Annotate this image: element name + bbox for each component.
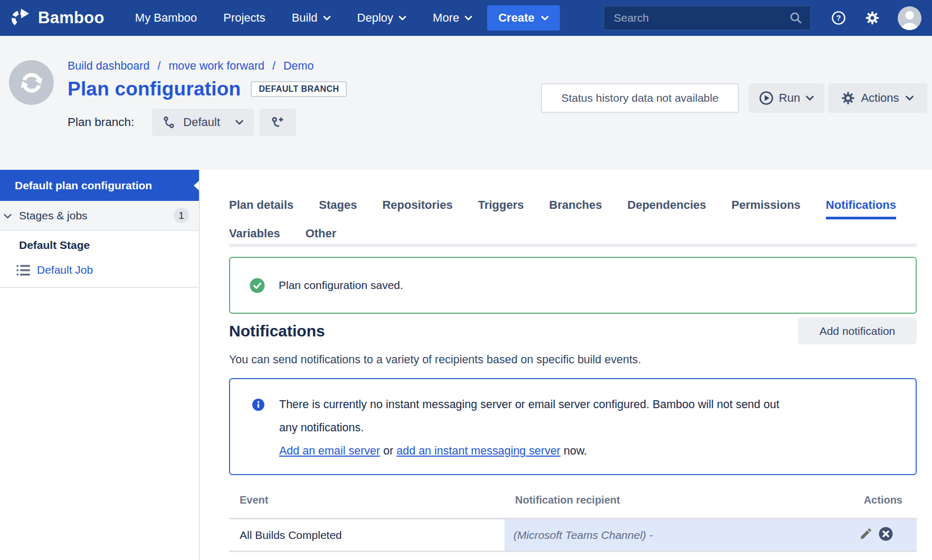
breadcrumb-build-dashboard[interactable]: Build dashboard [68, 60, 149, 73]
info-line1: There is currently no instant messaging … [279, 398, 779, 411]
nav-more[interactable]: More [433, 11, 472, 25]
stages-count-badge: 1 [174, 208, 189, 223]
bamboo-logo-icon [11, 7, 32, 28]
tab-variables[interactable]: Variables [229, 227, 280, 245]
sidebar-item-default-stage[interactable]: Default Stage [0, 239, 199, 252]
tab-other[interactable]: Other [306, 227, 337, 245]
add-im-server-link[interactable]: add an instant messaging server [396, 445, 560, 457]
top-navbar: Bamboo My Bamboo Projects Build Deploy M… [0, 0, 932, 36]
tab-notifications[interactable]: Notifications [826, 198, 896, 219]
chevron-down-icon [541, 15, 549, 21]
chevron-down-icon [323, 15, 331, 21]
info-line2: any notifications. [279, 421, 364, 434]
tab-plan-details[interactable]: Plan details [229, 198, 293, 219]
notifications-table: Event Notification recipient Actions All… [229, 475, 917, 552]
event-cell: All Builds Completed [229, 519, 505, 552]
row-actions-cell [827, 519, 917, 552]
tab-stages[interactable]: Stages [319, 198, 357, 219]
settings-gear-icon[interactable] [865, 11, 880, 25]
plan-branch-label: Plan branch: [68, 115, 134, 129]
gear-icon [841, 91, 855, 105]
breadcrumb: Build dashboard / move work forward / De… [68, 60, 932, 73]
check-circle-icon [250, 278, 265, 293]
edit-pencil-icon[interactable] [859, 527, 873, 540]
default-branch-badge: DEFAULT BRANCH [251, 81, 347, 97]
chevron-down-icon [235, 119, 244, 125]
page-title: Plan configuration [68, 78, 241, 100]
info-message-box: There is currently no instant messaging … [229, 378, 917, 475]
create-branch-button[interactable] [259, 109, 296, 136]
job-list-icon [16, 264, 31, 276]
nav-projects[interactable]: Projects [223, 11, 265, 25]
actions-button[interactable]: Actions [828, 83, 927, 113]
config-tabs-row1: Plan details Stages Repositories Trigger… [229, 170, 917, 219]
config-sidebar: Default plan configuration Stages & jobs… [0, 170, 200, 560]
tab-dependencies[interactable]: Dependencies [627, 198, 706, 219]
delete-x-icon[interactable] [879, 527, 893, 541]
plan-sync-icon [9, 60, 54, 105]
help-icon[interactable]: ? [831, 11, 846, 25]
table-row: All Builds Completed (Microsoft Teams Ch… [229, 519, 917, 552]
sidebar-item-default-plan-configuration[interactable]: Default plan configuration [0, 170, 199, 201]
add-email-server-link[interactable]: Add an email server [279, 445, 380, 457]
play-icon [759, 91, 774, 105]
search-icon [789, 11, 803, 25]
branch-add-icon [270, 115, 285, 130]
recipient-cell: (Microsoft Teams Channel) - [505, 519, 827, 552]
svg-text:?: ? [836, 14, 841, 22]
branch-selector[interactable]: Default [152, 109, 254, 136]
tab-branches[interactable]: Branches [549, 198, 602, 219]
tab-permissions[interactable]: Permissions [731, 198, 801, 219]
chevron-down-icon [905, 95, 914, 101]
column-header-event: Event [229, 475, 505, 519]
tab-triggers[interactable]: Triggers [478, 198, 524, 219]
search-box[interactable] [603, 5, 811, 31]
success-message-box: Plan configuration saved. [229, 257, 917, 314]
add-notification-button[interactable]: Add notification [798, 317, 917, 344]
status-history-message: Status history data not available [541, 83, 739, 113]
chevron-down-icon [398, 15, 406, 21]
create-button[interactable]: Create [487, 5, 559, 31]
chevron-down-icon [3, 213, 12, 219]
main-content: Plan details Stages Repositories Trigger… [200, 170, 932, 560]
config-tabs-row2: Variables Other [229, 227, 917, 245]
search-input[interactable] [614, 12, 789, 24]
brand-name: Bamboo [38, 8, 104, 27]
tab-repositories[interactable]: Repositories [382, 198, 452, 219]
user-avatar[interactable] [898, 6, 921, 30]
nav-build[interactable]: Build [292, 11, 331, 25]
success-message: Plan configuration saved. [279, 279, 403, 292]
sidebar-item-stages-jobs[interactable]: Stages & jobs 1 [0, 201, 199, 231]
notifications-heading: Notifications [229, 322, 325, 340]
column-header-actions: Actions [827, 475, 917, 519]
breadcrumb-project[interactable]: move work forward [168, 60, 264, 73]
sidebar-item-default-job[interactable]: Default Job [0, 264, 199, 276]
chevron-down-icon [805, 95, 814, 101]
nav-deploy[interactable]: Deploy [357, 11, 406, 25]
page-header: Build dashboard / move work forward / De… [0, 36, 932, 170]
breadcrumb-plan[interactable]: Demo [283, 60, 313, 73]
bamboo-logo[interactable]: Bamboo [11, 7, 104, 28]
chevron-down-icon [464, 15, 472, 21]
branch-icon [162, 115, 176, 129]
run-button[interactable]: Run [749, 83, 824, 113]
nav-my-bamboo[interactable]: My Bamboo [135, 11, 197, 25]
info-icon [252, 393, 264, 462]
column-header-recipient: Notification recipient [505, 475, 827, 519]
notifications-description: You can send notifications to a variety … [229, 353, 917, 366]
